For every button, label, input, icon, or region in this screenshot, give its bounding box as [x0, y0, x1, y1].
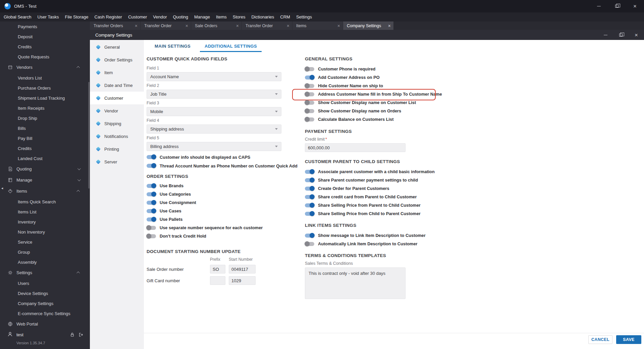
- sidebar-item-device-settings[interactable]: Device Settings: [0, 288, 90, 298]
- start-number-input[interactable]: 0049117: [229, 265, 256, 273]
- toggle-switch[interactable]: [305, 84, 314, 88]
- sidebar-item-pay-bill[interactable]: Pay Bill: [0, 133, 90, 143]
- sidebar-collapse-arrow[interactable]: ◄: [1, 185, 4, 192]
- toggle-switch[interactable]: [305, 178, 314, 182]
- sidebar-item-payments[interactable]: Payments: [0, 21, 90, 32]
- toggle-switch[interactable]: [305, 203, 314, 207]
- sidebar-item-landed-cost[interactable]: Landed Cost: [0, 153, 90, 163]
- sidebar-item-purchase-orders[interactable]: Purchase Orders: [0, 83, 90, 93]
- field-5-select[interactable]: Billing address: [147, 142, 281, 151]
- menu-vendor[interactable]: Vendor: [150, 12, 170, 21]
- restore-button[interactable]: [608, 0, 626, 12]
- dialog-nav-order-settings[interactable]: Order Settings: [90, 53, 144, 66]
- sidebar-item-assembly[interactable]: Assembly: [0, 257, 90, 267]
- field-2-select[interactable]: Job Title: [147, 90, 281, 99]
- toggle-switch[interactable]: [305, 117, 314, 121]
- sidebar-item-users[interactable]: Users: [0, 278, 90, 288]
- sidebar-item-quote-requests[interactable]: Quote Requests: [0, 52, 90, 62]
- sidebar-group-items[interactable]: Items: [0, 186, 90, 197]
- menu-dictionaries[interactable]: Dictionaries: [248, 12, 277, 21]
- toggle-switch[interactable]: [305, 212, 314, 216]
- sidebar-item-deposit[interactable]: Deposit: [0, 32, 90, 42]
- toggle-switch[interactable]: [147, 217, 156, 221]
- start-number-input[interactable]: 1029: [229, 276, 256, 285]
- dialog-nav-server[interactable]: Server: [90, 155, 144, 168]
- sidebar-item-company-settings[interactable]: Company Settings: [0, 298, 90, 308]
- dialog-nav-vendor[interactable]: Vendor: [90, 104, 144, 117]
- sidebar-item-credits[interactable]: Credits: [0, 42, 90, 52]
- dialog-restore-button[interactable]: [613, 30, 629, 40]
- toggle-switch[interactable]: [305, 242, 314, 246]
- dialog-minimize-button[interactable]: [598, 30, 613, 40]
- sidebar-item-service[interactable]: Service: [0, 237, 90, 247]
- toggle-switch[interactable]: [147, 201, 156, 205]
- tab-sale-orders[interactable]: Sale Orders ×: [191, 21, 241, 30]
- dialog-nav-item[interactable]: Item: [90, 66, 144, 79]
- tab-close-icon[interactable]: ×: [287, 23, 289, 29]
- toggle-switch[interactable]: [147, 209, 156, 213]
- tab-close-icon[interactable]: ×: [388, 23, 391, 29]
- sales-terms-textarea[interactable]: This is contract only - void after 30 da…: [305, 267, 406, 299]
- tab-additional-settings[interactable]: ADDITIONAL SETTINGS: [200, 41, 262, 52]
- menu-cash-register[interactable]: Cash Register: [92, 12, 125, 21]
- menu-global-search[interactable]: Global Search: [1, 12, 34, 21]
- field-3-select[interactable]: Mobile: [147, 107, 281, 116]
- sidebar-group-quoting[interactable]: Quoting: [0, 163, 90, 174]
- tab-main-settings[interactable]: MAIN SETTINGS: [150, 41, 195, 52]
- dialog-nav-notifications[interactable]: Notifications: [90, 130, 144, 143]
- tab-close-icon[interactable]: ×: [185, 23, 188, 29]
- field-1-select[interactable]: Account Name: [147, 72, 281, 81]
- toggle-switch[interactable]: [147, 164, 156, 168]
- sidebar-group-settings[interactable]: Settings: [0, 267, 90, 278]
- toggle-switch[interactable]: [305, 234, 314, 238]
- menu-user-tasks[interactable]: User Tasks: [34, 12, 62, 21]
- dialog-nav-general[interactable]: General: [90, 41, 144, 53]
- dialog-nav-printing[interactable]: Printing: [90, 143, 144, 155]
- sidebar-scrollbar[interactable]: [88, 82, 90, 189]
- sidebar-item-items-list[interactable]: Items List: [0, 207, 90, 217]
- toggle-switch[interactable]: [305, 195, 314, 199]
- cancel-button[interactable]: CANCEL: [588, 335, 612, 344]
- sidebar-item-item-receipts[interactable]: Item Receipts: [0, 103, 90, 113]
- dialog-close-button[interactable]: ×: [629, 30, 644, 40]
- prefix-input[interactable]: SO: [210, 265, 225, 273]
- sidebar-group-manage[interactable]: Manage: [0, 174, 90, 186]
- lock-button[interactable]: [68, 332, 76, 337]
- dialog-nav-date-and-time[interactable]: Date and Time: [90, 79, 144, 92]
- toggle-switch[interactable]: [305, 170, 314, 174]
- credit-limit-input[interactable]: 600,000.00: [305, 143, 406, 152]
- tab-close-icon[interactable]: ×: [135, 23, 138, 29]
- menu-crm[interactable]: CRM: [277, 12, 293, 21]
- menu-quoting[interactable]: Quoting: [170, 12, 191, 21]
- toggle-switch[interactable]: [305, 101, 314, 105]
- save-button[interactable]: SAVE: [616, 335, 641, 344]
- menu-settings[interactable]: Settings: [293, 12, 315, 21]
- sidebar-item-ecommerce-sync-settings[interactable]: E-commerce Sync Settings: [0, 308, 90, 318]
- toggle-switch[interactable]: [305, 76, 314, 80]
- sidebar-item-non-inventory[interactable]: Non Inventory: [0, 227, 90, 237]
- toggle-switch[interactable]: [147, 226, 156, 230]
- toggle-switch[interactable]: [147, 155, 156, 159]
- toggle-switch[interactable]: [305, 187, 314, 191]
- toggle-switch[interactable]: [305, 109, 314, 113]
- sidebar-item-shipment-load-tracking[interactable]: Shipment Load Tracking: [0, 93, 90, 103]
- sidebar-item-vendors-list[interactable]: Vendors List: [0, 73, 90, 83]
- toggle-switch[interactable]: [305, 67, 314, 71]
- dialog-nav-customer[interactable]: Customer: [90, 92, 144, 104]
- field-4-select[interactable]: Shipping address: [147, 124, 281, 134]
- toggle-switch[interactable]: [147, 184, 156, 188]
- sidebar-item-inventory[interactable]: Inventory: [0, 217, 90, 227]
- tab-close-icon[interactable]: ×: [236, 23, 239, 29]
- toggle-switch[interactable]: [147, 234, 156, 238]
- sidebar-item-group[interactable]: Group: [0, 247, 90, 257]
- tab-transfer-order-2[interactable]: Transfer Order ×: [242, 21, 292, 30]
- sidebar-group-vendors[interactable]: Vendors: [0, 62, 90, 73]
- menu-customer[interactable]: Customer: [125, 12, 150, 21]
- menu-stores[interactable]: Stores: [230, 12, 249, 21]
- dialog-nav-shipping[interactable]: Shipping: [90, 117, 144, 130]
- tab-items[interactable]: Items ×: [292, 21, 343, 30]
- sidebar-item-web-portal[interactable]: Web Portal: [0, 318, 90, 330]
- tab-transfer-order-1[interactable]: Transfer Order ×: [141, 21, 191, 30]
- prefix-input[interactable]: [210, 276, 225, 285]
- menu-file-storage[interactable]: File Storage: [62, 12, 91, 21]
